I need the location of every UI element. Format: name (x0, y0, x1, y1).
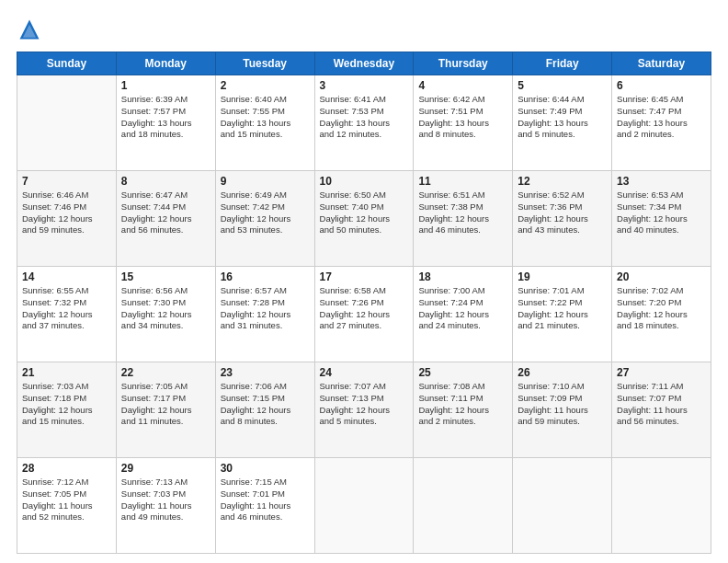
weekday-header-wednesday: Wednesday (314, 52, 414, 75)
cell-info-line: and 15 minutes. (221, 129, 310, 141)
cell-info-line: Sunset: 7:11 PM (418, 393, 507, 405)
cell-info-line: Sunset: 7:28 PM (221, 297, 310, 309)
day-number: 20 (617, 270, 706, 283)
cell-info-line: Daylight: 12 hours (617, 213, 706, 225)
calendar-cell: 28Sunrise: 7:12 AMSunset: 7:05 PMDayligh… (17, 458, 117, 554)
calendar-cell: 25Sunrise: 7:08 AMSunset: 7:11 PMDayligh… (414, 362, 513, 458)
cell-info-line: and 46 minutes. (221, 511, 310, 523)
cell-info-line: Daylight: 13 hours (418, 118, 507, 130)
cell-info-line: Daylight: 13 hours (121, 118, 210, 130)
cell-info-line: and 12 minutes. (320, 129, 409, 141)
cell-info-line: Sunrise: 7:05 AM (121, 381, 210, 393)
cell-info-line: Daylight: 12 hours (418, 405, 507, 417)
cell-info-line: Daylight: 12 hours (418, 309, 507, 321)
day-number: 14 (22, 270, 111, 283)
cell-info-line: and 21 minutes. (518, 320, 607, 332)
cell-info-line: Sunset: 7:15 PM (221, 393, 310, 405)
day-number: 9 (221, 175, 310, 188)
cell-info-line: Sunrise: 7:13 AM (121, 477, 210, 488)
cell-info-line: and 46 minutes. (418, 224, 507, 236)
cell-info-line: Daylight: 12 hours (221, 213, 310, 225)
calendar-row-1: 7Sunrise: 6:46 AMSunset: 7:46 PMDaylight… (17, 171, 711, 267)
cell-info-line: Daylight: 12 hours (518, 213, 607, 225)
calendar-cell: 5Sunrise: 6:44 AMSunset: 7:49 PMDaylight… (513, 75, 612, 171)
header (17, 17, 711, 42)
cell-info-line: and 2 minutes. (617, 129, 706, 141)
cell-info-line: and 37 minutes. (22, 320, 111, 332)
cell-info-line: Sunrise: 6:40 AM (221, 94, 310, 106)
day-number: 19 (518, 270, 607, 283)
calendar-row-3: 21Sunrise: 7:03 AMSunset: 7:18 PMDayligh… (17, 362, 711, 458)
cell-info-line: Daylight: 11 hours (22, 500, 111, 512)
cell-info-line: Sunrise: 7:15 AM (221, 477, 310, 488)
cell-info-line: Sunrise: 6:44 AM (518, 94, 607, 106)
cell-info-line: and 2 minutes. (418, 416, 507, 428)
day-number: 21 (22, 366, 111, 379)
cell-info-line: Sunset: 7:44 PM (121, 201, 210, 213)
cell-info-line: Sunset: 7:38 PM (418, 201, 507, 213)
cell-info-line: Sunset: 7:13 PM (320, 393, 409, 405)
cell-info-line: and 53 minutes. (221, 224, 310, 236)
cell-info-line: and 5 minutes. (320, 416, 409, 428)
calendar-cell: 21Sunrise: 7:03 AMSunset: 7:18 PMDayligh… (17, 362, 117, 458)
cell-info-line: Sunset: 7:40 PM (320, 201, 409, 213)
cell-info-line: Sunset: 7:22 PM (518, 297, 607, 309)
cell-info-line: Sunset: 7:55 PM (221, 106, 310, 118)
cell-info-line: Daylight: 12 hours (121, 213, 210, 225)
cell-info-line: Daylight: 12 hours (121, 309, 210, 321)
cell-info-line: Sunset: 7:47 PM (617, 106, 706, 118)
day-number: 15 (121, 270, 210, 283)
calendar-cell: 3Sunrise: 6:41 AMSunset: 7:53 PMDaylight… (314, 75, 414, 171)
day-number: 22 (121, 366, 210, 379)
cell-info-line: Daylight: 12 hours (617, 309, 706, 321)
cell-info-line: Sunset: 7:53 PM (320, 106, 409, 118)
cell-info-line: and 18 minutes. (617, 320, 706, 332)
logo (17, 17, 46, 42)
cell-info-line: Daylight: 12 hours (320, 309, 409, 321)
day-number: 17 (320, 270, 409, 283)
cell-info-line: and 11 minutes. (121, 416, 210, 428)
calendar-row-4: 28Sunrise: 7:12 AMSunset: 7:05 PMDayligh… (17, 458, 711, 554)
cell-info-line: and 40 minutes. (617, 224, 706, 236)
cell-info-line: Sunrise: 7:07 AM (320, 381, 409, 393)
cell-info-line: Sunrise: 7:12 AM (22, 477, 111, 488)
weekday-header-saturday: Saturday (612, 52, 711, 75)
cell-info-line: and 52 minutes. (22, 511, 111, 523)
day-number: 6 (617, 79, 706, 92)
cell-info-line: Daylight: 12 hours (418, 213, 507, 225)
cell-info-line: Sunrise: 7:01 AM (518, 285, 607, 297)
day-number: 8 (121, 175, 210, 188)
cell-info-line: Sunset: 7:46 PM (22, 201, 111, 213)
day-number: 30 (221, 462, 310, 475)
calendar-cell: 24Sunrise: 7:07 AMSunset: 7:13 PMDayligh… (314, 362, 414, 458)
cell-info-line: Sunrise: 6:57 AM (221, 285, 310, 297)
cell-info-line: Daylight: 12 hours (221, 309, 310, 321)
day-number: 3 (320, 79, 409, 92)
cell-info-line: Daylight: 12 hours (22, 213, 111, 225)
calendar-cell: 29Sunrise: 7:13 AMSunset: 7:03 PMDayligh… (116, 458, 215, 554)
cell-info-line: Daylight: 13 hours (221, 118, 310, 130)
calendar-cell: 27Sunrise: 7:11 AMSunset: 7:07 PMDayligh… (612, 362, 711, 458)
cell-info-line: Sunset: 7:07 PM (617, 393, 706, 405)
weekday-header-row: SundayMondayTuesdayWednesdayThursdayFrid… (17, 52, 711, 75)
cell-info-line: Sunset: 7:42 PM (221, 201, 310, 213)
cell-info-line: Daylight: 12 hours (22, 309, 111, 321)
cell-info-line: Sunset: 7:30 PM (121, 297, 210, 309)
calendar-cell: 22Sunrise: 7:05 AMSunset: 7:17 PMDayligh… (116, 362, 215, 458)
weekday-header-monday: Monday (116, 52, 215, 75)
cell-info-line: and 24 minutes. (418, 320, 507, 332)
cell-info-line: Sunrise: 6:42 AM (418, 94, 507, 106)
day-number: 18 (418, 270, 507, 283)
cell-info-line: Sunset: 7:20 PM (617, 297, 706, 309)
cell-info-line: Sunset: 7:32 PM (22, 297, 111, 309)
calendar-cell (414, 458, 513, 554)
calendar-cell: 18Sunrise: 7:00 AMSunset: 7:24 PMDayligh… (414, 267, 513, 362)
cell-info-line: Sunrise: 6:52 AM (518, 190, 607, 201)
cell-info-line: Daylight: 12 hours (221, 405, 310, 417)
cell-info-line: Sunrise: 7:00 AM (418, 285, 507, 297)
page: SundayMondayTuesdayWednesdayThursdayFrid… (0, 0, 728, 563)
cell-info-line: Sunrise: 7:08 AM (418, 381, 507, 393)
cell-info-line: Sunset: 7:34 PM (617, 201, 706, 213)
cell-info-line: Sunrise: 6:55 AM (22, 285, 111, 297)
cell-info-line: Sunrise: 7:02 AM (617, 285, 706, 297)
